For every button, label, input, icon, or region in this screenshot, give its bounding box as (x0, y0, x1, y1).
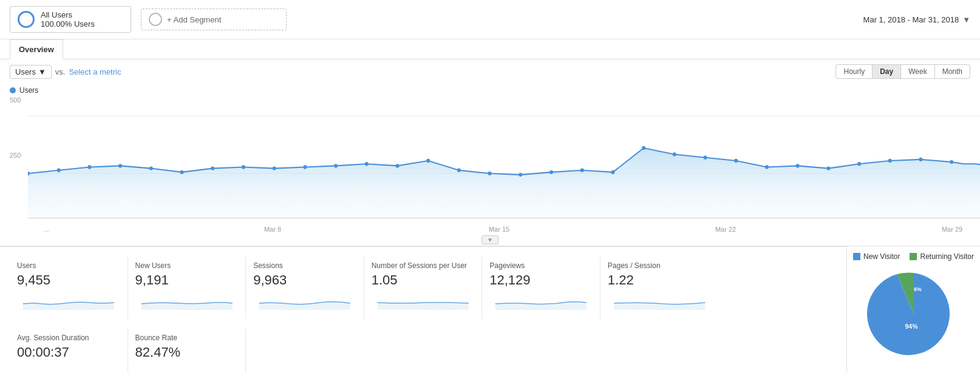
line-chart-svg (28, 97, 980, 224)
pie-label-6pct: 6% (914, 286, 922, 292)
date-range[interactable]: Mar 1, 2018 - Mar 31, 2018 ▼ (863, 15, 970, 24)
svg-point-15 (395, 164, 399, 167)
x-axis-labels: ... Mar 8 Mar 15 Mar 22 Mar 29 (28, 224, 970, 234)
segment-area: All Users 100.00% Users + Add Segment (10, 6, 287, 33)
x-label-0: ... (28, 226, 64, 233)
svg-point-4 (57, 169, 61, 172)
svg-point-28 (796, 164, 800, 167)
sparkline-bounce-rate (135, 364, 239, 373)
svg-point-23 (642, 146, 645, 150)
sparkline-new-users (135, 292, 239, 310)
add-segment-button[interactable]: + Add Segment (141, 8, 287, 30)
svg-point-6 (118, 164, 122, 167)
segment-info: All Users 100.00% Users (41, 10, 95, 29)
metric-value-pageviews: 12,129 (489, 272, 593, 288)
metric-card-sessions-per-user: Number of Sessions per User 1.05 (364, 257, 483, 319)
sparkline-sessions (253, 292, 356, 310)
segment-name: All Users (41, 10, 95, 19)
tabs-bar: Overview (0, 39, 980, 59)
metrics-placeholder (246, 329, 837, 373)
svg-point-32 (919, 158, 922, 161)
metric-value-pages-session: 1.22 (608, 272, 712, 288)
pie-legend-color-returning (910, 253, 917, 260)
chart-wrapper (28, 97, 980, 224)
svg-point-27 (765, 165, 769, 169)
chart-legend: Users (10, 84, 970, 97)
vs-label: vs. (55, 67, 66, 76)
x-label-mar22: Mar 22 (707, 226, 744, 233)
metrics-row1: Users 9,455 New Users 9,191 Sessions 9,9… (0, 246, 846, 319)
metric-card-avg-session: Avg. Session Duration 00:00:37 (10, 329, 128, 373)
svg-point-31 (888, 159, 892, 163)
svg-point-33 (950, 160, 953, 164)
pie-legend-new-visitor: New Visitor (853, 252, 900, 261)
svg-point-20 (550, 170, 553, 174)
pie-legend-label-returning: Returning Visitor (920, 252, 974, 261)
metric-card-pageviews: Pageviews 12,129 (482, 257, 601, 319)
metrics-row2: Avg. Session Duration 00:00:37 Bounce Ra… (0, 319, 846, 373)
sparkline-avg-session (17, 364, 120, 373)
legend-dot (10, 87, 16, 93)
metric-label-users: Users (17, 261, 120, 270)
metric-card-sessions: Sessions 9,963 (246, 257, 364, 319)
metric-card-pages-session: Pages / Session 1.22 (601, 257, 719, 319)
drag-handle-button[interactable]: ▼ (481, 235, 499, 244)
svg-point-29 (826, 166, 830, 170)
time-btn-hourly[interactable]: Hourly (835, 64, 873, 79)
chart-bottom-row: Users 9,455 New Users 9,191 Sessions 9,9… (0, 246, 980, 373)
x-label-mar29: Mar 29 (934, 226, 970, 233)
pie-legend-color-new (853, 253, 860, 260)
metric-value-new-users: 9,191 (135, 272, 239, 288)
svg-point-5 (87, 165, 91, 169)
pie-legend: New Visitor Returning Visitor (853, 252, 974, 261)
segment-icon (18, 11, 35, 28)
segment-pct: 100.00% Users (41, 19, 95, 29)
metric-label-new-users: New Users (135, 261, 239, 270)
y-label-250: 250 (10, 152, 21, 159)
time-btn-day[interactable]: Day (872, 64, 901, 79)
svg-point-13 (334, 164, 338, 167)
drag-handle: ▼ (10, 234, 970, 246)
svg-point-16 (426, 159, 430, 163)
sparkline-users (17, 292, 120, 310)
chart-legend-label: Users (19, 86, 38, 95)
svg-point-9 (211, 166, 214, 170)
chart-controls: Users ▼ vs. Select a metric Hourly Day W… (0, 59, 980, 84)
svg-point-14 (365, 162, 369, 166)
svg-point-19 (519, 173, 522, 176)
metric-label-sessions: Sessions (253, 261, 356, 270)
pie-area: New Visitor Returning Visitor 6% 94% (846, 246, 980, 373)
top-bar: All Users 100.00% Users + Add Segment Ma… (0, 0, 980, 39)
dropdown-arrow-icon: ▼ (38, 67, 46, 76)
pie-legend-label-new: New Visitor (863, 252, 900, 261)
add-segment-circle (149, 13, 162, 26)
metric-value-users: 9,455 (17, 272, 120, 288)
svg-point-11 (273, 166, 276, 170)
svg-point-21 (580, 169, 584, 172)
all-users-segment[interactable]: All Users 100.00% Users (10, 6, 131, 33)
metric-value-sessions-per-user: 1.05 (372, 272, 475, 288)
time-btn-month[interactable]: Month (934, 64, 970, 79)
metrics-bottom-left: Users 9,455 New Users 9,191 Sessions 9,9… (0, 246, 846, 373)
svg-point-8 (180, 170, 183, 174)
svg-point-25 (703, 156, 707, 160)
metric-label-pages-session: Pages / Session (608, 261, 712, 270)
tab-overview[interactable]: Overview (10, 39, 63, 59)
svg-point-24 (673, 152, 676, 156)
svg-point-26 (734, 159, 738, 163)
metric-card-new-users: New Users 9,191 (128, 257, 247, 319)
x-label-mar15: Mar 15 (481, 226, 517, 233)
svg-point-22 (611, 170, 614, 174)
select-metric-link[interactable]: Select a metric (69, 67, 121, 76)
svg-point-10 (242, 165, 245, 169)
pie-legend-returning-visitor: Returning Visitor (910, 252, 974, 261)
metric-dropdown[interactable]: Users ▼ (10, 65, 52, 79)
metric-label-pageviews: Pageviews (489, 261, 593, 270)
time-btn-week[interactable]: Week (900, 64, 934, 79)
svg-point-7 (149, 166, 153, 170)
metric-card-users: Users 9,455 (10, 257, 128, 319)
metric-value-bounce-rate: 82.47% (135, 344, 239, 360)
metric-card-bounce-rate: Bounce Rate 82.47% (128, 329, 247, 373)
svg-point-18 (488, 172, 492, 175)
sparkline-pageviews (489, 292, 593, 310)
